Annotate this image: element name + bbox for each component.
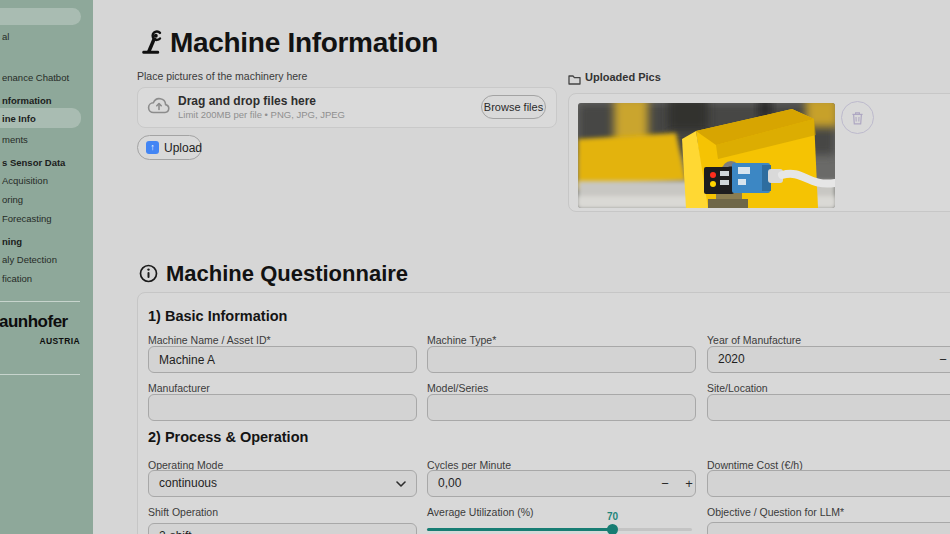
operating-mode-value: continuous bbox=[159, 471, 217, 496]
folder-icon bbox=[568, 74, 581, 85]
cloud-upload-icon bbox=[146, 96, 172, 116]
browse-files-button[interactable]: Browse files bbox=[481, 95, 546, 119]
dropzone-title: Drag and drop files here bbox=[178, 94, 316, 108]
model-label: Model/Series bbox=[427, 382, 488, 394]
year-label: Year of Manufacture bbox=[707, 334, 801, 346]
machine-name-input[interactable] bbox=[148, 346, 417, 373]
utilization-slider[interactable]: 70 bbox=[427, 503, 692, 534]
uploaded-pics-title: Uploaded Pics bbox=[585, 71, 661, 83]
cycles-increment-button[interactable]: + bbox=[677, 471, 701, 496]
shift-select[interactable]: 2-shift bbox=[148, 523, 417, 534]
objective-label: Objective / Question for LLM* bbox=[707, 506, 844, 518]
slider-fill bbox=[427, 528, 613, 531]
slider-track[interactable] bbox=[427, 528, 692, 531]
upload-button[interactable]: ↑ Upload bbox=[137, 135, 202, 160]
slider-value: 70 bbox=[607, 511, 618, 522]
cycles-number-input[interactable]: 0,00 − + bbox=[427, 470, 696, 497]
sidebar-item-machine-info[interactable]: ine Info bbox=[2, 113, 36, 124]
upload-arrow-icon: ↑ bbox=[146, 141, 159, 154]
questionnaire-title: Machine Questionnaire bbox=[166, 261, 408, 287]
section-basic-information: 1) Basic Information bbox=[148, 308, 287, 324]
slider-handle[interactable] bbox=[607, 524, 618, 534]
sidebar-item-chatbot[interactable]: enance Chatbot bbox=[2, 72, 69, 83]
cycles-decrement-button[interactable]: − bbox=[653, 471, 677, 496]
sidebar-item-anomaly-detection[interactable]: aly Detection bbox=[2, 254, 57, 265]
sidebar-item-forecasting[interactable]: Forecasting bbox=[2, 213, 52, 224]
model-input[interactable] bbox=[427, 394, 696, 421]
delete-photo-button[interactable] bbox=[841, 101, 874, 134]
fraunhofer-logo: aunhofer bbox=[0, 312, 68, 332]
site-input[interactable] bbox=[707, 394, 950, 421]
machine-type-label: Machine Type* bbox=[427, 334, 496, 346]
uploader-label: Place pictures of the machinery here bbox=[137, 70, 307, 82]
trash-icon bbox=[851, 111, 864, 125]
objective-textarea[interactable] bbox=[707, 522, 950, 534]
sidebar-item-acquisition[interactable]: Acquisition bbox=[2, 175, 48, 186]
sidebar: al enance Chatbot nformation ine Info me… bbox=[0, 0, 93, 534]
sidebar-divider bbox=[0, 301, 80, 302]
operating-mode-select[interactable]: continuous bbox=[148, 470, 417, 497]
shift-value: 2-shift bbox=[159, 524, 192, 534]
manufacturer-label: Manufacturer bbox=[148, 382, 210, 394]
app-root: al enance Chatbot nformation ine Info me… bbox=[0, 0, 950, 534]
year-number-input[interactable]: 2020 − + bbox=[707, 346, 950, 373]
sidebar-section-learning: ning bbox=[2, 236, 22, 247]
uploaded-photo bbox=[578, 103, 835, 208]
machine-name-label: Machine Name / Asset ID* bbox=[148, 334, 271, 346]
sidebar-select[interactable] bbox=[0, 8, 81, 25]
sidebar-divider bbox=[0, 374, 80, 375]
upload-button-label: Upload bbox=[164, 141, 202, 155]
machine-type-input[interactable] bbox=[427, 346, 696, 373]
year-decrement-button[interactable]: − bbox=[931, 347, 950, 372]
sidebar-item-documents[interactable]: ments bbox=[2, 134, 28, 145]
dropzone-hint: Limit 200MB per file • PNG, JPG, JPEG bbox=[178, 109, 345, 120]
sidebar-item[interactable]: al bbox=[2, 31, 9, 42]
robot-arm-icon bbox=[137, 28, 165, 56]
downtime-input[interactable] bbox=[707, 470, 950, 497]
sidebar-section-sensor-data: s Sensor Data bbox=[2, 157, 65, 168]
section-process-operation: 2) Process & Operation bbox=[148, 429, 308, 445]
chevron-down-icon bbox=[396, 481, 406, 487]
sidebar-section-information: nformation bbox=[2, 95, 52, 106]
page-title: Machine Information bbox=[170, 27, 438, 59]
sidebar-item-classification[interactable]: fication bbox=[2, 273, 32, 284]
manufacturer-input[interactable] bbox=[148, 394, 417, 421]
fraunhofer-logo-austria: AUSTRIA bbox=[0, 336, 80, 346]
cycles-value: 0,00 bbox=[438, 471, 461, 496]
year-value: 2020 bbox=[718, 347, 745, 372]
shift-label: Shift Operation bbox=[148, 506, 218, 518]
site-label: Site/Location bbox=[707, 382, 768, 394]
sidebar-item-monitoring[interactable]: oring bbox=[2, 194, 23, 205]
info-icon bbox=[139, 264, 158, 283]
